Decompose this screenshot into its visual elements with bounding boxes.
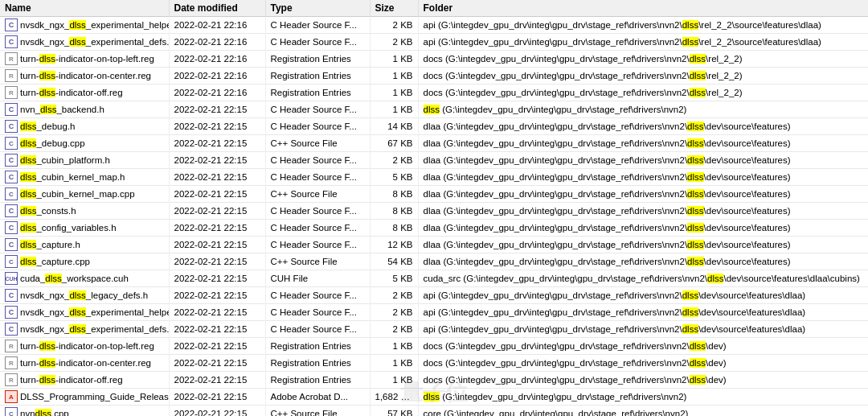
file-name-cell: Cdlss_capture.h — [0, 237, 169, 253]
file-name-cell: Cnvn_dlss_backend.h — [0, 101, 169, 118]
file-type-cell: C Header Source F... — [265, 118, 370, 135]
file-name-cell: Cdlss_capture.cpp — [0, 253, 169, 270]
table-row[interactable]: Rturn-dlss-indicator-on-center.reg2022-0… — [0, 355, 868, 372]
col-header-size[interactable]: Size — [370, 0, 418, 17]
file-type-cell: C Header Source F... — [265, 17, 370, 34]
file-type-cell: C Header Source F... — [265, 203, 370, 220]
file-date-cell: 2022-02-21 22:16 — [169, 84, 265, 101]
file-size-cell: 2 KB — [370, 321, 418, 338]
table-row[interactable]: Cdlss_debug.cpp2022-02-21 22:15C++ Sourc… — [0, 135, 868, 152]
table-row[interactable]: Cdlss_config_variables.h2022-02-21 22:15… — [0, 220, 868, 237]
file-size-cell: 2 KB — [370, 152, 418, 169]
file-size-cell: 8 KB — [370, 186, 418, 203]
file-type-cell: C Header Source F... — [265, 152, 370, 169]
file-size-cell: 8 KB — [370, 203, 418, 220]
file-type-cell: Registration Entries — [265, 338, 370, 355]
table-row[interactable]: Rturn-dlss-indicator-on-top-left.reg2022… — [0, 51, 868, 68]
file-folder-cell: docs (G:\integdev_gpu_drv\integ\gpu_drv\… — [418, 355, 868, 372]
file-name-cell: Rturn-dlss-indicator-on-top-left.reg — [0, 51, 169, 68]
file-type-cell: C Header Source F... — [265, 101, 370, 118]
table-row[interactable]: Cdlss_cubin_kernel_map.h2022-02-21 22:15… — [0, 169, 868, 186]
file-list-table: Name Date modified Type Size Folder Cnvs… — [0, 0, 868, 416]
file-date-cell: 2022-02-21 22:15 — [169, 118, 265, 135]
table-row[interactable]: Cnvn_dlss_backend.h2022-02-21 22:15C Hea… — [0, 101, 868, 118]
table-row[interactable]: Cnvsdk_ngx_dlss_legacy_defs.h2022-02-21 … — [0, 287, 868, 304]
table-row[interactable]: Cdlss_cubin_platform.h2022-02-21 22:15C … — [0, 152, 868, 169]
table-row[interactable]: Cdlss_debug.h2022-02-21 22:15C Header So… — [0, 118, 868, 135]
col-header-type[interactable]: Type — [265, 0, 370, 17]
table-row[interactable]: Rturn-dlss-indicator-on-top-left.reg2022… — [0, 338, 868, 355]
file-size-cell: 5 KB — [370, 169, 418, 186]
file-size-cell: 12 KB — [370, 237, 418, 253]
file-folder-cell: api (G:\integdev_gpu_drv\integ\gpu_drv\s… — [418, 304, 868, 321]
file-size-cell: 1 KB — [370, 355, 418, 372]
file-date-cell: 2022-02-21 22:15 — [169, 186, 265, 203]
file-date-cell: 2022-02-21 22:15 — [169, 338, 265, 355]
file-size-cell: 1 KB — [370, 372, 418, 389]
file-folder-cell: api (G:\integdev_gpu_drv\integ\gpu_drv\s… — [418, 34, 868, 51]
file-type-cell: C++ Source File — [265, 135, 370, 152]
table-row[interactable]: Rturn-dlss-indicator-off.reg2022-02-21 2… — [0, 84, 868, 101]
file-size-cell: 1 KB — [370, 84, 418, 101]
table-row[interactable]: Cnvsdk_ngx_dlss_experimental_defs.h2022-… — [0, 34, 868, 51]
file-name-cell: Cdlss_consts.h — [0, 203, 169, 220]
file-folder-cell: dlss (G:\integdev_gpu_drv\integ\gpu_drv\… — [418, 389, 868, 406]
table-row[interactable]: Rturn-dlss-indicator-off.reg2022-02-21 2… — [0, 372, 868, 389]
table-row[interactable]: Cdlss_capture.h2022-02-21 22:15C Header … — [0, 237, 868, 253]
file-type-cell: C Header Source F... — [265, 237, 370, 253]
table-row[interactable]: Cnvsdk_ngx_dlss_experimental_helpers.h20… — [0, 17, 868, 34]
file-type-cell: C++ Source File — [265, 186, 370, 203]
file-name-cell: Rturn-dlss-indicator-off.reg — [0, 84, 169, 101]
table-row[interactable]: Cnvsdk_ngx_dlss_experimental_helpers.h20… — [0, 304, 868, 321]
file-name-cell: CUHcuda_dlss_workspace.cuh — [0, 270, 169, 287]
file-name-cell: ADLSS_Programming_Guide_Release.pdf — [0, 389, 169, 406]
file-folder-cell: api (G:\integdev_gpu_drv\integ\gpu_drv\s… — [418, 321, 868, 338]
table-row[interactable]: Cnvndlss.cpp2022-02-21 22:15C++ Source F… — [0, 406, 868, 417]
file-size-cell: 2 KB — [370, 287, 418, 304]
table-row[interactable]: Cdlss_cubin_kernel_map.cpp2022-02-21 22:… — [0, 186, 868, 203]
file-size-cell: 1,682 KB — [370, 389, 418, 406]
file-size-cell: 1 KB — [370, 338, 418, 355]
file-explorer-window: Name Date modified Type Size Folder Cnvs… — [0, 0, 868, 416]
table-row[interactable]: ADLSS_Programming_Guide_Release.pdf2022-… — [0, 389, 868, 406]
file-type-cell: C Header Source F... — [265, 34, 370, 51]
file-folder-cell: docs (G:\integdev_gpu_drv\integ\gpu_drv\… — [418, 84, 868, 101]
file-folder-cell: dlaa (G:\integdev_gpu_drv\integ\gpu_drv\… — [418, 186, 868, 203]
file-date-cell: 2022-02-21 22:15 — [169, 152, 265, 169]
file-name-cell: Rturn-dlss-indicator-on-center.reg — [0, 355, 169, 372]
file-name-cell: Cnvsdk_ngx_dlss_experimental_defs.h — [0, 34, 169, 51]
file-name-cell: Cdlss_debug.cpp — [0, 135, 169, 152]
file-type-cell: Registration Entries — [265, 84, 370, 101]
file-date-cell: 2022-02-21 22:15 — [169, 287, 265, 304]
table-row[interactable]: Cnvsdk_ngx_dlss_experimental_defs.h2022-… — [0, 321, 868, 338]
file-date-cell: 2022-02-21 22:16 — [169, 17, 265, 34]
table-row[interactable]: Cdlss_capture.cpp2022-02-21 22:15C++ Sou… — [0, 253, 868, 270]
file-type-cell: Registration Entries — [265, 51, 370, 68]
file-name-cell: Cdlss_cubin_kernel_map.h — [0, 169, 169, 186]
file-type-cell: C Header Source F... — [265, 287, 370, 304]
file-date-cell: 2022-02-21 22:15 — [169, 203, 265, 220]
file-folder-cell: dlaa (G:\integdev_gpu_drv\integ\gpu_drv\… — [418, 118, 868, 135]
file-type-cell: C Header Source F... — [265, 220, 370, 237]
file-date-cell: 2022-02-21 22:15 — [169, 253, 265, 270]
file-size-cell: 1 KB — [370, 68, 418, 84]
file-name-cell: Cdlss_cubin_kernel_map.cpp — [0, 186, 169, 203]
file-size-cell: 54 KB — [370, 253, 418, 270]
file-type-cell: Registration Entries — [265, 355, 370, 372]
file-type-cell: CUH File — [265, 270, 370, 287]
col-header-name[interactable]: Name — [0, 0, 169, 17]
file-folder-cell: dlaa (G:\integdev_gpu_drv\integ\gpu_drv\… — [418, 220, 868, 237]
file-date-cell: 2022-02-21 22:15 — [169, 304, 265, 321]
table-row[interactable]: Cdlss_consts.h2022-02-21 22:15C Header S… — [0, 203, 868, 220]
file-size-cell: 57 KB — [370, 406, 418, 417]
table-row[interactable]: Rturn-dlss-indicator-on-center.reg2022-0… — [0, 68, 868, 84]
file-size-cell: 14 KB — [370, 118, 418, 135]
file-folder-cell: docs (G:\integdev_gpu_drv\integ\gpu_drv\… — [418, 338, 868, 355]
file-size-cell: 8 KB — [370, 220, 418, 237]
file-date-cell: 2022-02-21 22:15 — [169, 237, 265, 253]
table-row[interactable]: CUHcuda_dlss_workspace.cuh2022-02-21 22:… — [0, 270, 868, 287]
col-header-folder[interactable]: Folder — [418, 0, 868, 17]
col-header-date[interactable]: Date modified — [169, 0, 265, 17]
file-type-cell: C++ Source File — [265, 406, 370, 417]
file-size-cell: 1 KB — [370, 101, 418, 118]
